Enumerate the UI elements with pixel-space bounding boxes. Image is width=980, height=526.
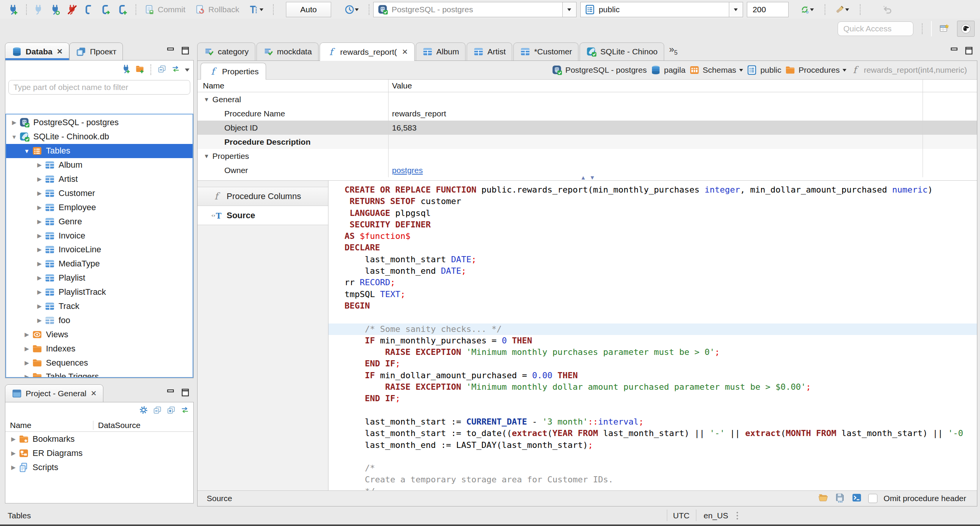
side-tab-procedure-columns[interactable]: fProcedure Columns bbox=[198, 187, 328, 206]
tab-database-navigator[interactable]: Databa ✕ bbox=[5, 42, 69, 60]
tree-item-sequences[interactable]: ▶Sequences bbox=[6, 356, 193, 370]
minimize-button[interactable] bbox=[949, 46, 959, 56]
editor-tab-mockdata[interactable]: mockdata bbox=[256, 42, 318, 60]
load-from-file-button[interactable] bbox=[818, 492, 828, 505]
expander-icon[interactable]: ▶ bbox=[22, 345, 32, 352]
rollback-button[interactable]: Rollback bbox=[191, 2, 243, 18]
open-perspective-button[interactable] bbox=[936, 21, 952, 36]
project-item-bookmarks[interactable]: ▶Bookmarks bbox=[5, 432, 193, 446]
tree-item-playlist[interactable]: ▶Playlist bbox=[6, 271, 193, 285]
scroll-up-icon[interactable]: ▲ bbox=[580, 174, 586, 181]
expander-icon[interactable]: ▶ bbox=[9, 119, 19, 126]
breadcrumb-item-postgresql-postgres[interactable]: PostgreSQL - postgres bbox=[552, 65, 647, 75]
settings-button[interactable] bbox=[139, 405, 148, 417]
tree-item-mediatype[interactable]: ▶MediaType bbox=[6, 257, 193, 271]
fetch-size-input[interactable]: 200 bbox=[747, 2, 789, 17]
project-item-scripts[interactable]: ▶Scripts bbox=[5, 460, 193, 474]
transaction-mode-button[interactable] bbox=[245, 2, 268, 18]
reconnect-button[interactable] bbox=[47, 2, 63, 18]
editor-tab-rewards-report[interactable]: frewards_report(✕ bbox=[320, 42, 415, 61]
close-icon[interactable]: ✕ bbox=[402, 47, 408, 56]
back-button[interactable] bbox=[880, 2, 895, 18]
column-header-name[interactable]: Name bbox=[5, 421, 93, 430]
close-icon[interactable]: ✕ bbox=[57, 47, 63, 56]
collapse-triangle-icon[interactable]: ▼ bbox=[204, 153, 209, 159]
object-filter-input[interactable] bbox=[8, 80, 190, 95]
collapse-all-button[interactable] bbox=[153, 405, 162, 417]
project-item-er-diagrams[interactable]: ▶ER Diagrams bbox=[5, 446, 193, 460]
active-schema-combo[interactable]: public bbox=[580, 2, 743, 17]
maximize-button[interactable] bbox=[180, 387, 190, 397]
side-tab-source[interactable]: ‹›TSource bbox=[198, 206, 328, 225]
tree-item-invoiceline[interactable]: ▶InvoiceLine bbox=[6, 243, 193, 257]
column-header-datasource[interactable]: DataSource bbox=[93, 421, 154, 430]
schema-combo-dropdown-button[interactable] bbox=[729, 2, 743, 17]
expander-icon[interactable]: ▶ bbox=[8, 436, 18, 443]
dropdown-caret-icon[interactable] bbox=[739, 69, 743, 74]
expander-icon[interactable]: ▶ bbox=[34, 190, 44, 197]
disconnect-button[interactable] bbox=[64, 2, 80, 18]
tree-item-foo[interactable]: ▶foo bbox=[6, 313, 193, 327]
status-grip[interactable] bbox=[736, 511, 739, 521]
breadcrumb-item-pagila[interactable]: pagila bbox=[650, 65, 686, 75]
link-with-editor-button[interactable] bbox=[180, 405, 189, 417]
editor-tab-category[interactable]: category bbox=[197, 42, 255, 60]
minimize-button[interactable] bbox=[165, 387, 175, 397]
expander-icon[interactable]: ▶ bbox=[34, 274, 44, 281]
grid-row-properties[interactable]: ▼Properties bbox=[198, 149, 977, 163]
open-sql-script-button[interactable] bbox=[98, 2, 113, 18]
expander-icon[interactable]: ▶ bbox=[22, 359, 32, 366]
grid-row-procedure-name[interactable]: Procedure Namerewards_report bbox=[198, 106, 977, 121]
new-sql-editor-button[interactable] bbox=[115, 2, 130, 18]
column-header-name[interactable]: Name bbox=[198, 81, 388, 90]
expander-icon[interactable]: ▶ bbox=[34, 176, 44, 183]
connection-combo-dropdown-button[interactable] bbox=[562, 2, 576, 17]
tab-overflow-button[interactable]: »5 bbox=[669, 44, 678, 56]
source-code-viewer[interactable]: CREATE OR REPLACE FUNCTION public.reward… bbox=[328, 181, 977, 490]
tree-item-track[interactable]: ▶Track bbox=[6, 299, 193, 314]
expander-icon[interactable]: ▶ bbox=[22, 331, 32, 338]
expander-icon[interactable]: ▶ bbox=[34, 162, 44, 168]
editor-tab-album[interactable]: Album bbox=[416, 42, 466, 60]
expander-icon[interactable]: ▶ bbox=[8, 450, 18, 457]
commit-mode-button[interactable]: Auto bbox=[286, 2, 331, 17]
column-header-value[interactable]: Value bbox=[388, 81, 412, 90]
new-folder-button[interactable] bbox=[135, 64, 144, 75]
tab-project-general[interactable]: Project - General ✕ bbox=[5, 384, 103, 402]
active-connection-combo[interactable]: PostgreSQL - postgres bbox=[373, 2, 577, 17]
expander-icon[interactable]: ▶ bbox=[34, 218, 44, 225]
breadcrumb-item-schemas[interactable]: Schemas bbox=[689, 65, 743, 75]
commit-button[interactable]: Commit bbox=[140, 2, 189, 18]
collapse-all-button[interactable] bbox=[157, 64, 167, 75]
collapse-triangle-icon[interactable]: ▼ bbox=[204, 96, 209, 103]
expander-icon[interactable]: ▶ bbox=[34, 317, 44, 324]
expand-all-button[interactable] bbox=[167, 405, 176, 417]
editor-tab-customer[interactable]: *Customer bbox=[513, 42, 578, 60]
sql-editor-button[interactable] bbox=[81, 2, 96, 18]
close-icon[interactable]: ✕ bbox=[91, 389, 97, 398]
expander-icon[interactable]: ▶ bbox=[34, 303, 44, 310]
tree-item-customer[interactable]: ▶Customer bbox=[6, 186, 193, 200]
grid-row-general[interactable]: ▼General bbox=[198, 92, 977, 106]
auto-sync-button[interactable] bbox=[794, 2, 819, 18]
status-locale[interactable]: en_US bbox=[704, 511, 728, 520]
open-in-sql-console-button[interactable] bbox=[851, 492, 862, 505]
maximize-button[interactable] bbox=[964, 46, 973, 56]
save-to-file-button[interactable] bbox=[835, 492, 845, 505]
editor-tab-sqlite-chinoo[interactable]: SQLite - Chinoo bbox=[580, 42, 664, 60]
expander-icon[interactable]: ▶ bbox=[34, 289, 44, 296]
tree-item-table-triggers[interactable]: ▶Table Triggers bbox=[6, 370, 193, 378]
breadcrumb-item-rewards-report-int4-numeric[interactable]: frewards_report(int4,numeric) bbox=[850, 65, 967, 75]
expander-icon[interactable]: ▶ bbox=[34, 204, 44, 211]
new-connection-button[interactable] bbox=[121, 64, 131, 75]
minimize-button[interactable] bbox=[165, 46, 175, 56]
tree-item-postgresql-postgres[interactable]: ▶PostgreSQL - postgres bbox=[6, 116, 193, 130]
tab-properties[interactable]: f Properties bbox=[201, 63, 266, 80]
maximize-button[interactable] bbox=[180, 46, 190, 56]
expander-icon[interactable]: ▼ bbox=[9, 134, 19, 140]
tree-item-invoice[interactable]: ▶Invoice bbox=[6, 229, 193, 243]
tree-item-playlisttrack[interactable]: ▶PlaylistTrack bbox=[6, 285, 193, 299]
transaction-log-button[interactable] bbox=[340, 2, 363, 18]
tree-item-artist[interactable]: ▶Artist bbox=[6, 172, 193, 186]
tree-item-indexes[interactable]: ▶Indexes bbox=[6, 341, 193, 356]
